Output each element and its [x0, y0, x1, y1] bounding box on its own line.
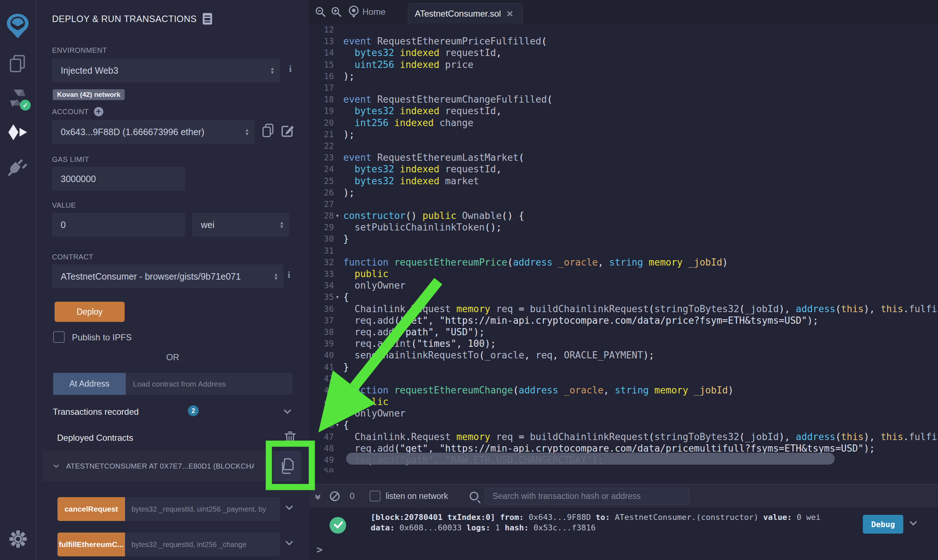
code-line[interactable]: 24 bytes32 indexed requestId, — [309, 163, 938, 175]
plugin-manager-icon[interactable] — [0, 150, 36, 185]
terminal-search-input[interactable] — [485, 488, 689, 505]
code-line[interactable]: 47 Chainlink.Request memory req = buildC… — [309, 431, 938, 443]
fulfill-ethereum-change-button[interactable]: fulfillEthereumC... — [57, 532, 125, 556]
fold-icon[interactable]: ▾ — [334, 212, 343, 219]
fold-icon[interactable]: ▾ — [334, 294, 343, 300]
deploy-run-icon[interactable] — [0, 115, 36, 150]
code-line[interactable]: 44 public — [309, 396, 938, 408]
code-line[interactable]: 17 — [309, 82, 938, 94]
instance-chevron-icon[interactable] — [54, 462, 59, 468]
code-line[interactable]: 37 req.add("get", "https://min-api.crypt… — [309, 315, 938, 326]
code-text: public — [343, 268, 388, 279]
code-line[interactable]: 45 onlyOwner — [309, 408, 938, 419]
add-account-icon[interactable]: + — [94, 107, 103, 116]
code-line[interactable]: 40 sendChainlinkRequestTo(_oracle, req, … — [309, 349, 938, 361]
code-line[interactable]: 41} — [309, 361, 938, 372]
code-line[interactable]: 15 uint256 indexed price — [309, 59, 938, 71]
fold-icon[interactable]: ▾ — [334, 422, 343, 428]
code-line[interactable]: 31 — [309, 245, 938, 257]
code-line[interactable]: 18event RequestEthereumChangeFulfilled( — [309, 94, 938, 105]
cancel-request-args-input[interactable] — [125, 497, 280, 521]
code-line[interactable]: 25 bytes32 indexed market — [309, 175, 938, 186]
copy-instance-address-button[interactable] — [274, 451, 301, 482]
contract-select[interactable]: ATestnetConsumer - browser/gists/9b71e07… — [52, 265, 283, 288]
clear-terminal-icon[interactable] — [330, 491, 340, 501]
code-line[interactable]: 26); — [309, 187, 938, 198]
transactions-chevron-icon[interactable] — [284, 406, 291, 414]
account-select[interactable]: 0x643...9F88D (1.666673996 ether) ▲▼ — [52, 120, 254, 144]
instance-name: ATESTNETCONSUMER AT 0X7E7...E80D1 (BLOCK… — [66, 462, 254, 471]
line-number: 12 — [314, 25, 334, 34]
code-line[interactable]: 22 — [309, 140, 938, 152]
code-line[interactable]: 27 — [309, 198, 938, 210]
cancel-request-button[interactable]: cancelRequest — [57, 497, 125, 521]
code-line[interactable]: 32function requestEthereumPrice(address … — [309, 257, 938, 268]
fulfill-args-input[interactable] — [125, 532, 280, 556]
code-line[interactable]: 36 Chainlink.Request memory req = buildC… — [309, 303, 938, 315]
code-line[interactable]: 23event RequestEthereumLastMarket( — [309, 152, 938, 163]
code-line[interactable]: 30} — [309, 233, 938, 245]
code-line[interactable]: 19 bytes32 indexed requestId, — [309, 105, 938, 117]
close-tab-icon[interactable]: × — [507, 8, 513, 19]
code-editor[interactable]: 1213event RequestEthereumPriceFulfilled(… — [309, 24, 938, 484]
value-unit-select[interactable]: wei ▲▼ — [192, 213, 289, 237]
log-segment: logs: — [466, 523, 491, 532]
environment-value: Injected Web3 — [52, 65, 270, 76]
code-line[interactable]: 43function requestEthereumChange(address… — [309, 385, 938, 396]
value-input[interactable]: 0 — [52, 213, 185, 237]
code-line[interactable]: 38 req.add("path", "USD"); — [309, 326, 938, 338]
code-line[interactable]: 34 onlyOwner — [309, 280, 938, 291]
expand-function-chevron-icon[interactable] — [286, 538, 293, 546]
code-line[interactable]: 13event RequestEthereumPriceFulfilled( — [309, 35, 938, 47]
solidity-compiler-icon[interactable]: ✓ — [0, 81, 36, 115]
at-address-button[interactable]: At Address — [53, 373, 126, 395]
tab-atestnetconsumer[interactable]: ATestnetConsumer.sol × — [408, 3, 523, 24]
zoom-in-icon[interactable] — [331, 6, 342, 17]
code-line[interactable]: 28▾constructor() public Ownable() { — [309, 210, 938, 222]
remix-logo-icon[interactable] — [0, 6, 36, 46]
code-text: } — [343, 362, 349, 372]
expand-terminal-icon[interactable] — [316, 493, 320, 499]
code-line[interactable]: 21); — [309, 129, 938, 140]
code-line[interactable]: 39 req.addInt("times", 100); — [309, 338, 938, 349]
contract-info-icon[interactable]: i — [288, 269, 290, 280]
zoom-out-icon[interactable] — [315, 6, 326, 17]
code-line[interactable]: 14 bytes32 indexed requestId, — [309, 47, 938, 58]
code-line[interactable]: 33 public — [309, 268, 938, 280]
tab-home[interactable]: Home — [362, 0, 386, 24]
function-row: fulfillEthereumC... — [57, 532, 292, 556]
edit-account-icon[interactable] — [281, 124, 294, 137]
code-line[interactable]: 46▾{ — [309, 419, 938, 431]
listen-network-checkbox[interactable] — [370, 491, 380, 502]
expand-log-chevron-icon[interactable] — [909, 518, 917, 526]
environment-info-icon[interactable]: i — [289, 64, 292, 74]
publish-ipfs-checkbox[interactable] — [53, 331, 65, 343]
terminal-prompt[interactable]: > — [317, 544, 323, 556]
line-number: 15 — [314, 60, 334, 69]
deploy-button[interactable]: Deploy — [55, 302, 125, 322]
deployed-instance-row[interactable]: ATESTNETCONSUMER AT 0X7E7...E80D1 (BLOCK… — [43, 451, 302, 482]
file-explorer-icon[interactable] — [0, 46, 36, 81]
code-line[interactable]: 12 — [309, 24, 938, 35]
environment-select[interactable]: Injected Web3 ▲▼ — [52, 58, 280, 82]
code-line[interactable]: 42 — [309, 373, 938, 385]
code-line[interactable]: 16); — [309, 71, 938, 82]
at-address-input[interactable] — [126, 373, 293, 395]
code-line[interactable]: 29 setPublicChainlinkToken(); — [309, 222, 938, 233]
code-text: } — [343, 233, 349, 244]
expand-function-chevron-icon[interactable] — [286, 503, 293, 510]
clear-instances-trash-icon[interactable] — [285, 431, 295, 445]
debug-button[interactable]: Debug — [863, 515, 903, 534]
tx-log-entry[interactable]: [block:20780401 txIndex:0] from: 0x643..… — [371, 512, 821, 533]
code-line[interactable]: 20 int256 indexed change — [309, 117, 938, 129]
settings-gear-icon[interactable] — [0, 530, 36, 548]
gas-limit-input[interactable]: 3000000 — [52, 167, 185, 191]
deploy-run-panel: DEPLOY & RUN TRANSACTIONS ENVIRONMENT In… — [36, 0, 309, 560]
code-text: { — [343, 420, 349, 430]
copy-account-icon[interactable] — [262, 123, 274, 137]
code-line[interactable]: 35▾{ — [309, 291, 938, 303]
horizontal-scrollbar[interactable] — [346, 453, 835, 465]
log-segment: 1 — [491, 523, 505, 532]
code-text: setPublicChainlinkToken(); — [343, 222, 501, 233]
code-line[interactable]: 50 — [309, 466, 938, 472]
